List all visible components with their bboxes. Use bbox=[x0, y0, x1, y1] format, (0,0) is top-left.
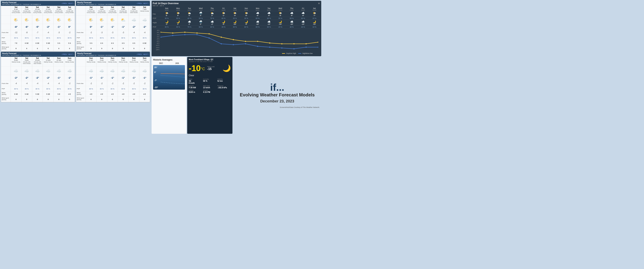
night-pop-value: 40 % bbox=[286, 26, 297, 28]
weather-icon: 🌤️ bbox=[11, 16, 21, 24]
prev-btn-3[interactable]: ‹ PREV bbox=[62, 53, 67, 55]
hour-condition: Mainly cloudy bbox=[140, 61, 149, 63]
hour-gust: 6 bbox=[107, 97, 118, 102]
y-axis-label: 6°C bbox=[153, 32, 160, 33]
day-pop-value: 30 % bbox=[161, 17, 172, 19]
hour-time: 9 am bbox=[25, 8, 29, 10]
hour-condition: Cloudy with sunny breaks bbox=[22, 10, 32, 14]
hour-time: 11 am bbox=[46, 8, 50, 10]
hour-gust: 8 bbox=[22, 97, 32, 102]
sunrise-value: 7:39 AM bbox=[189, 87, 202, 89]
close-button[interactable]: ✕ bbox=[318, 2, 320, 5]
next-btn-1[interactable]: NEXT › bbox=[68, 3, 74, 4]
hour-temp: -2° bbox=[43, 24, 53, 30]
feels-like-value: -15 bbox=[207, 67, 214, 71]
panel-title-2: Hourly Forecast bbox=[77, 2, 116, 4]
label-gust: Wind gust(km/h) bbox=[1, 46, 10, 51]
overview-day-pops: 30 %30 %40 %80 %70 %60 %20 %30 %60 %60 %… bbox=[161, 17, 320, 19]
panel-header-3: Hourly Forecast SATURDAY, DECEMBER 23 - … bbox=[1, 52, 75, 57]
hour-temp: -1° bbox=[64, 75, 75, 81]
weather-icon: ☁️ bbox=[43, 67, 53, 75]
day-legend: Daytime high bbox=[282, 53, 296, 54]
hour-pop: 30 % bbox=[128, 86, 139, 92]
panel-nav-2[interactable]: ‹ PREV NEXT › bbox=[136, 3, 149, 4]
hour-wind: 5 SE bbox=[11, 92, 21, 97]
next-btn-4[interactable]: NEXT › bbox=[143, 53, 149, 55]
day-dot bbox=[184, 32, 185, 33]
historic-title: Historic Averages: bbox=[153, 59, 185, 61]
hour-condition: Cloudy with clear breaks bbox=[118, 10, 128, 14]
day-weather-icon: 🌤️4° bbox=[172, 12, 184, 17]
hour-time: 2 pm bbox=[89, 8, 93, 10]
weather-icon: 🌤️ bbox=[22, 16, 32, 24]
night-pop-value: 80 % bbox=[195, 26, 206, 28]
hour-pop: 30 % bbox=[139, 86, 150, 92]
hour-condition: Cloudy with clear breaks bbox=[129, 10, 139, 14]
hour-pop: 30 % bbox=[139, 35, 150, 41]
prev-btn-2[interactable]: ‹ PREV bbox=[136, 3, 142, 4]
weather-icon: ☁️ bbox=[64, 67, 75, 75]
hour-gust: 9 bbox=[96, 46, 107, 51]
prev-btn-1[interactable]: ‹ PREV bbox=[62, 3, 67, 4]
night-weather-icon: 🌙-13° bbox=[309, 20, 320, 25]
hour-gust: 6 bbox=[118, 97, 128, 102]
hour-day: Sun bbox=[100, 57, 104, 59]
panel-subtitle-3: SATURDAY, DECEMBER 23 - TUESDAY, DECEMBE… bbox=[2, 55, 41, 56]
night-weather-icon: ☁️-13° bbox=[297, 20, 308, 25]
weather-icon: ☁️ bbox=[22, 67, 32, 75]
pressure-value: ↓102.8 kPa bbox=[217, 87, 231, 89]
day-dot bbox=[196, 33, 198, 34]
hour-day: Sun bbox=[143, 57, 146, 59]
night-weather-icon: 🌧️2° bbox=[195, 20, 206, 25]
hour-wind: 4 E bbox=[118, 92, 128, 97]
hour-feels: -3 bbox=[96, 30, 107, 35]
hour-gust: 6 bbox=[128, 97, 139, 102]
hour-pop: 30 % bbox=[32, 35, 43, 41]
night-dot bbox=[306, 47, 307, 48]
next-btn-2[interactable]: NEXT › bbox=[143, 3, 149, 4]
hour-wind: 4 E bbox=[107, 92, 118, 97]
overview-day-header: Sun12/24 bbox=[161, 7, 172, 11]
day-dot bbox=[257, 41, 258, 42]
hour-col: Sat 11 am Cloudy with sunny breaks 🌤️ -2… bbox=[43, 6, 54, 51]
hour-condition: Cloudy with sunny breaks bbox=[97, 10, 107, 14]
panel-nav-3[interactable]: ‹ PREV NEXT › bbox=[62, 53, 74, 55]
hour-day: Sat bbox=[47, 6, 50, 8]
day-dot bbox=[172, 33, 173, 34]
panel-nav-4[interactable]: ‹ PREV NEXT › bbox=[136, 53, 149, 55]
hour-feels: -4 bbox=[11, 81, 21, 86]
weather-icon: ☁️ bbox=[128, 16, 139, 24]
hour-columns-3: Sat 8 pm Mainly cloudy ☁️ -2° -4 30 % 5 … bbox=[11, 57, 75, 102]
night-dot bbox=[245, 43, 246, 44]
label-icon-2 bbox=[76, 16, 86, 24]
hour-pop: 30 % bbox=[43, 35, 53, 41]
wind-value: SE bbox=[189, 80, 202, 82]
night-pop-value: 30 % bbox=[161, 26, 172, 28]
hour-feels: -2 bbox=[118, 81, 128, 86]
day-pop-value: 20 % bbox=[229, 17, 240, 19]
hour-wind: 7 E bbox=[11, 41, 21, 46]
weather-icon: ☁️ bbox=[11, 67, 21, 75]
hour-wind: 5 SE bbox=[32, 92, 43, 97]
day-dot bbox=[208, 33, 210, 34]
panel-nav-1[interactable]: ‹ PREV NEXT › bbox=[62, 3, 74, 4]
panel-header-2: Hourly Forecast SATURDAY, DECEMBER 23 - … bbox=[76, 1, 150, 6]
next-btn-3[interactable]: NEXT › bbox=[68, 53, 74, 55]
hour-wind: 6 S bbox=[107, 41, 118, 46]
day-pop-value: 80 % bbox=[195, 17, 206, 19]
sunrise-detail: Sunrise 7:39 AM bbox=[189, 85, 202, 89]
day-dot bbox=[318, 42, 318, 43]
label-day-2 bbox=[76, 6, 86, 16]
weather-icon: 🌤️ bbox=[54, 16, 64, 24]
overview-day-header: Sun12/31 bbox=[240, 7, 252, 11]
hourly-panel-4: Hourly Forecast SATURDAY, DECEMBER 23 - … bbox=[76, 52, 150, 102]
prev-btn-4[interactable]: ‹ PREV bbox=[136, 53, 142, 55]
hour-feels: -4 bbox=[54, 81, 64, 86]
hour-wind: 5 S bbox=[86, 41, 96, 46]
hour-pop: 30 % bbox=[118, 35, 128, 41]
weather-icon: ☁️ bbox=[139, 16, 150, 24]
hour-col: Sat 10 pm Cloudy with clear breaks ☁️ -2… bbox=[32, 57, 43, 102]
hour-feels: -3 bbox=[118, 30, 128, 35]
night-pop-value: 40 % bbox=[206, 26, 218, 28]
night-dot bbox=[233, 44, 234, 45]
